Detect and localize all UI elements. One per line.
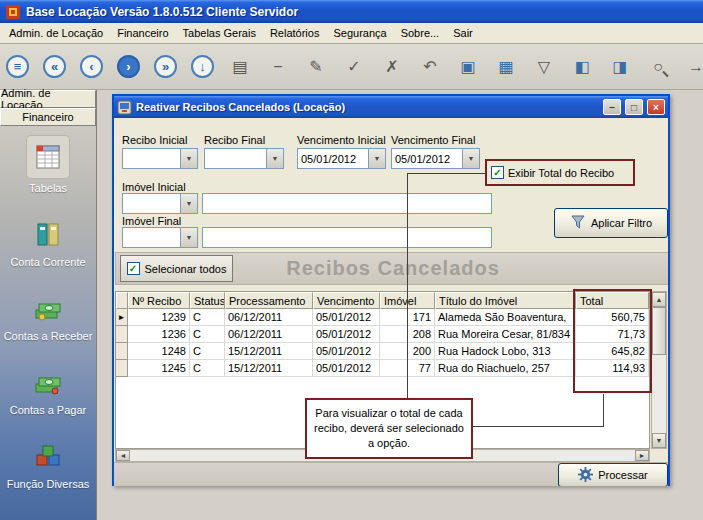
vencimento-inicial-value: 05/01/2012 [298, 153, 368, 165]
chevron-down-icon[interactable]: ▼ [180, 149, 197, 168]
scrollbar-thumb[interactable] [652, 307, 666, 355]
column-header[interactable]: Total [576, 292, 649, 309]
delete-record-icon[interactable]: − [266, 55, 290, 79]
table-row[interactable]: 1245C15/12/201105/01/201277Rua do Riachu… [116, 360, 649, 377]
cell: C [190, 326, 225, 343]
table-row[interactable]: 1248C15/12/201105/01/2012200Rua Hadock L… [116, 343, 649, 360]
exibir-total-highlight: ✓ Exibir Total do Recibo [485, 159, 635, 186]
aplicar-filtro-button[interactable]: Aplicar Filtro [554, 208, 668, 238]
cancel-record-icon[interactable]: ✗ [380, 55, 404, 79]
chevron-down-icon[interactable]: ▼ [180, 194, 197, 213]
sidebar-section-admin-locacao[interactable]: Admin. de Locação [0, 90, 96, 108]
table-row[interactable]: ►1239C06/12/201105/01/2012171Alameda São… [116, 309, 649, 326]
menu-sobre[interactable]: Sobre... [394, 24, 447, 42]
menu-admin-de-loca-o[interactable]: Admin. de Locação [2, 24, 110, 42]
callout-line [407, 173, 408, 398]
prior-record-icon[interactable]: ‹ [80, 55, 103, 78]
sidebar-section-financeiro[interactable]: Financeiro [0, 108, 96, 126]
aplicar-filtro-label: Aplicar Filtro [591, 217, 652, 229]
app-title: Base Locação Versão 1.8.0.512 Cliente Se… [26, 5, 298, 19]
scroll-right-icon[interactable]: ► [635, 450, 649, 461]
menu-relat-rios[interactable]: Relatórios [263, 24, 327, 42]
sidebar-item-contas-a-pagar[interactable]: Contas a Pagar [10, 364, 86, 416]
dialog-titlebar: Reativar Recibos Cancelados (Locação) – … [114, 96, 668, 118]
chevron-down-icon[interactable]: ▼ [462, 149, 479, 168]
dialog-reativar-recibos: Reativar Recibos Cancelados (Locação) – … [112, 94, 670, 486]
save-icon[interactable]: ▣ [456, 55, 480, 79]
grid-vertical-scrollbar[interactable]: ▲ ▼ [651, 291, 667, 449]
notes-icon[interactable]: ▤ [228, 55, 252, 79]
exit-icon[interactable]: → [684, 55, 703, 79]
row-selector [116, 360, 128, 377]
table-options-icon[interactable]: ▦ [494, 55, 518, 79]
vencimento-final-combo[interactable]: 05/01/2012 ▼ [391, 148, 480, 169]
scroll-left-icon[interactable]: ◄ [116, 450, 130, 461]
sidebar-item-contas-a-receber[interactable]: Contas a Receber [4, 290, 93, 342]
chevron-down-icon[interactable]: ▼ [180, 228, 197, 247]
column-header[interactable]: Vencimento [313, 292, 380, 309]
column-header[interactable]: Título do Imóvel [435, 292, 576, 309]
row-selector [116, 326, 128, 343]
scroll-down-icon[interactable]: ▼ [652, 433, 666, 448]
imovel-inicial-input[interactable] [202, 193, 492, 214]
filter-icon[interactable]: ▽ [532, 55, 556, 79]
processar-button[interactable]: Processar [558, 463, 668, 486]
table-row[interactable]: 1236C06/12/201105/01/2012208Rua Moreira … [116, 326, 649, 343]
scroll-up-icon[interactable]: ▲ [652, 292, 666, 307]
sidebar: Admin. de Locação Financeiro Tabelas Con… [0, 90, 97, 520]
menu-sair[interactable]: Sair [446, 24, 480, 42]
column-header[interactable]: Processamento [225, 292, 313, 309]
sidebar-item-tabelas[interactable]: Tabelas [27, 136, 69, 194]
last-record-icon[interactable]: » [154, 55, 177, 78]
cell: 1245 [128, 360, 190, 377]
close-button[interactable]: × [647, 99, 665, 115]
first-record-icon[interactable]: « [43, 55, 66, 78]
menu-seguran-a[interactable]: Segurança [326, 24, 393, 42]
chevron-down-icon[interactable]: ▼ [368, 149, 385, 168]
post-record-icon[interactable]: ✓ [342, 55, 366, 79]
exibir-total-label[interactable]: Exibir Total do Recibo [508, 167, 614, 179]
recibo-final-combo[interactable]: ▼ [204, 148, 284, 169]
sidebar-item-label: Contas a Receber [4, 330, 93, 342]
cubes-icon [30, 438, 66, 474]
row-selector-header [116, 292, 128, 309]
books-icon [30, 216, 66, 252]
vencimento-final-value: 05/01/2012 [392, 153, 462, 165]
cell: Alameda São Boaventura, [435, 309, 576, 326]
minimize-button[interactable]: – [603, 99, 621, 115]
vencimento-inicial-combo[interactable]: 05/01/2012 ▼ [297, 148, 386, 169]
refresh-icon[interactable]: ↓ [191, 55, 214, 78]
next-record-icon[interactable]: › [117, 55, 140, 78]
gear-icon [578, 467, 593, 484]
sidebar-item-label: Contas a Pagar [10, 404, 86, 416]
chevron-down-icon[interactable]: ▼ [266, 149, 283, 168]
imovel-final-combo[interactable]: ▼ [122, 227, 198, 248]
form-view-icon[interactable]: ◨ [608, 55, 632, 79]
grid-view-icon[interactable]: ◧ [570, 55, 594, 79]
column-header[interactable]: Status [190, 292, 225, 309]
app-titlebar: Base Locação Versão 1.8.0.512 Cliente Se… [0, 0, 703, 23]
imovel-final-input[interactable] [202, 227, 492, 248]
sidebar-item-conta-corrente[interactable]: Conta Corrente [10, 216, 85, 268]
search-icon[interactable]: ○ [646, 55, 670, 79]
cell: 1248 [128, 343, 190, 360]
recibo-inicial-combo[interactable]: ▼ [122, 148, 198, 169]
connect-icon[interactable]: ≡ [6, 55, 29, 78]
cell: Rua Hadock Lobo, 313 [435, 343, 576, 360]
imovel-inicial-combo[interactable]: ▼ [122, 193, 198, 214]
edit-record-icon[interactable]: ✎ [304, 55, 328, 79]
cell: 05/01/2012 [313, 360, 380, 377]
cell: 05/01/2012 [313, 326, 380, 343]
selecionar-todos-button[interactable]: ✓ Selecionar todos [120, 255, 233, 282]
cell: Rua Moreira Cesar, 81/834 [435, 326, 576, 343]
menu-financeiro[interactable]: Financeiro [110, 24, 175, 42]
maximize-button[interactable]: □ [625, 99, 643, 115]
undo-icon[interactable]: ↶ [418, 55, 442, 79]
money-in-icon [30, 290, 66, 326]
money-out-icon [30, 364, 66, 400]
recibo-inicial-label: Recibo Inicial [122, 134, 187, 146]
menu-tabelas-gerais[interactable]: Tabelas Gerais [176, 24, 263, 42]
checkbox-icon[interactable]: ✓ [491, 166, 504, 179]
sidebar-item-funcao-diversas[interactable]: Função Diversas [7, 438, 90, 490]
column-header[interactable]: Nº Recibo [128, 292, 190, 309]
